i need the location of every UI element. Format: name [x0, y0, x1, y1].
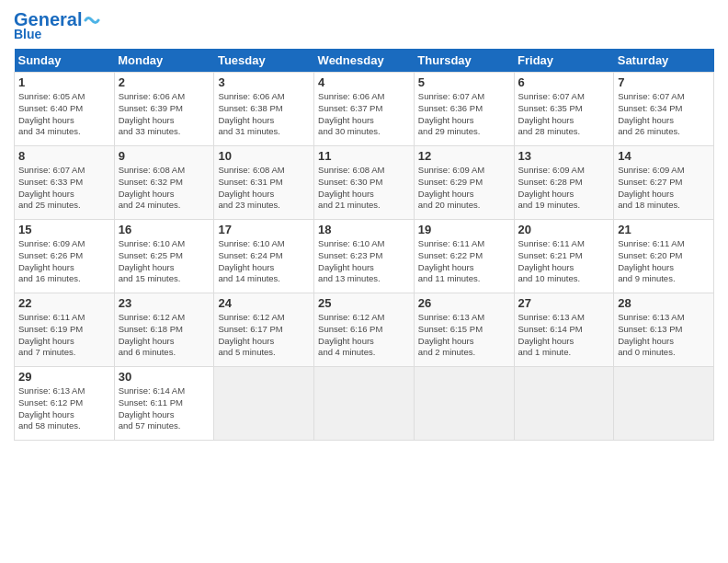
day-info: Sunrise: 6:09 AMSunset: 6:29 PMDaylight … — [418, 165, 510, 212]
day-info: Sunrise: 6:05 AMSunset: 6:40 PMDaylight … — [18, 91, 110, 138]
weekday-header-saturday: Saturday — [614, 49, 714, 73]
calendar-week-2: 8Sunrise: 6:07 AMSunset: 6:33 PMDaylight… — [15, 146, 714, 220]
weekday-header-friday: Friday — [514, 49, 614, 73]
day-number: 13 — [518, 149, 610, 163]
day-cell-12: 12Sunrise: 6:09 AMSunset: 6:29 PMDayligh… — [414, 146, 514, 220]
day-cell-27: 27Sunrise: 6:13 AMSunset: 6:14 PMDayligh… — [514, 293, 614, 367]
empty-cell — [514, 367, 614, 441]
day-number: 19 — [418, 223, 510, 236]
day-cell-19: 19Sunrise: 6:11 AMSunset: 6:22 PMDayligh… — [414, 220, 514, 293]
day-cell-1: 1Sunrise: 6:05 AMSunset: 6:40 PMDaylight… — [15, 73, 115, 146]
logo-wave-icon — [84, 14, 100, 27]
day-number: 22 — [18, 296, 110, 310]
day-info: Sunrise: 6:10 AMSunset: 6:23 PMDaylight … — [318, 238, 410, 285]
day-cell-25: 25Sunrise: 6:12 AMSunset: 6:16 PMDayligh… — [314, 293, 415, 367]
day-info: Sunrise: 6:10 AMSunset: 6:25 PMDaylight … — [119, 238, 210, 285]
day-number: 28 — [618, 296, 710, 310]
weekday-header-thursday: Thursday — [414, 49, 514, 73]
day-info: Sunrise: 6:06 AMSunset: 6:38 PMDaylight … — [218, 91, 310, 138]
day-info: Sunrise: 6:10 AMSunset: 6:24 PMDaylight … — [218, 238, 310, 285]
page-header: General Blue — [14, 9, 714, 41]
day-number: 6 — [518, 75, 610, 89]
day-number: 30 — [119, 370, 210, 384]
day-info: Sunrise: 6:07 AMSunset: 6:33 PMDaylight … — [18, 165, 110, 212]
day-cell-30: 30Sunrise: 6:14 AMSunset: 6:11 PMDayligh… — [114, 367, 214, 441]
day-info: Sunrise: 6:07 AMSunset: 6:36 PMDaylight … — [418, 91, 510, 138]
day-number: 14 — [618, 149, 710, 163]
day-number: 18 — [318, 223, 410, 236]
day-cell-14: 14Sunrise: 6:09 AMSunset: 6:27 PMDayligh… — [614, 146, 714, 220]
page-container: General Blue SundayMondayTuesdayWednesda… — [0, 0, 728, 450]
day-number: 16 — [119, 223, 210, 236]
empty-cell — [214, 367, 314, 441]
calendar-week-1: 1Sunrise: 6:05 AMSunset: 6:40 PMDaylight… — [15, 73, 714, 146]
day-info: Sunrise: 6:09 AMSunset: 6:28 PMDaylight … — [518, 165, 610, 212]
day-info: Sunrise: 6:06 AMSunset: 6:39 PMDaylight … — [119, 91, 210, 138]
day-number: 29 — [18, 370, 110, 384]
day-cell-17: 17Sunrise: 6:10 AMSunset: 6:24 PMDayligh… — [214, 220, 314, 293]
weekday-header-wednesday: Wednesday — [314, 49, 415, 73]
day-cell-11: 11Sunrise: 6:08 AMSunset: 6:30 PMDayligh… — [314, 146, 415, 220]
day-info: Sunrise: 6:12 AMSunset: 6:17 PMDaylight … — [218, 312, 310, 359]
day-cell-9: 9Sunrise: 6:08 AMSunset: 6:32 PMDaylight… — [114, 146, 214, 220]
day-info: Sunrise: 6:11 AMSunset: 6:21 PMDaylight … — [518, 238, 610, 285]
day-info: Sunrise: 6:11 AMSunset: 6:19 PMDaylight … — [18, 312, 110, 359]
day-number: 7 — [618, 75, 710, 89]
day-info: Sunrise: 6:13 AMSunset: 6:12 PMDaylight … — [18, 385, 110, 432]
day-number: 9 — [119, 149, 210, 163]
day-info: Sunrise: 6:13 AMSunset: 6:14 PMDaylight … — [518, 312, 610, 359]
empty-cell — [314, 367, 415, 441]
day-cell-16: 16Sunrise: 6:10 AMSunset: 6:25 PMDayligh… — [114, 220, 214, 293]
day-cell-15: 15Sunrise: 6:09 AMSunset: 6:26 PMDayligh… — [15, 220, 115, 293]
day-cell-13: 13Sunrise: 6:09 AMSunset: 6:28 PMDayligh… — [514, 146, 614, 220]
day-number: 23 — [119, 296, 210, 310]
day-cell-4: 4Sunrise: 6:06 AMSunset: 6:37 PMDaylight… — [314, 73, 415, 146]
logo: General Blue — [14, 9, 100, 41]
day-number: 3 — [218, 75, 310, 89]
calendar-week-3: 15Sunrise: 6:09 AMSunset: 6:26 PMDayligh… — [15, 220, 714, 293]
calendar-table: SundayMondayTuesdayWednesdayThursdayFrid… — [14, 49, 714, 441]
day-cell-26: 26Sunrise: 6:13 AMSunset: 6:15 PMDayligh… — [414, 293, 514, 367]
day-info: Sunrise: 6:14 AMSunset: 6:11 PMDaylight … — [119, 385, 210, 432]
day-info: Sunrise: 6:12 AMSunset: 6:16 PMDaylight … — [318, 312, 410, 359]
day-number: 21 — [618, 223, 710, 236]
day-number: 2 — [119, 75, 210, 89]
day-cell-5: 5Sunrise: 6:07 AMSunset: 6:36 PMDaylight… — [414, 73, 514, 146]
day-info: Sunrise: 6:06 AMSunset: 6:37 PMDaylight … — [318, 91, 410, 138]
calendar-week-4: 22Sunrise: 6:11 AMSunset: 6:19 PMDayligh… — [15, 293, 714, 367]
day-number: 8 — [18, 149, 110, 163]
day-info: Sunrise: 6:13 AMSunset: 6:15 PMDaylight … — [418, 312, 510, 359]
day-cell-10: 10Sunrise: 6:08 AMSunset: 6:31 PMDayligh… — [214, 146, 314, 220]
logo-text-blue: Blue — [14, 27, 41, 41]
day-info: Sunrise: 6:07 AMSunset: 6:35 PMDaylight … — [518, 91, 610, 138]
day-cell-7: 7Sunrise: 6:07 AMSunset: 6:34 PMDaylight… — [614, 73, 714, 146]
day-number: 1 — [18, 75, 110, 89]
day-info: Sunrise: 6:12 AMSunset: 6:18 PMDaylight … — [119, 312, 210, 359]
day-info: Sunrise: 6:08 AMSunset: 6:31 PMDaylight … — [218, 165, 310, 212]
weekday-header-tuesday: Tuesday — [214, 49, 314, 73]
day-cell-24: 24Sunrise: 6:12 AMSunset: 6:17 PMDayligh… — [214, 293, 314, 367]
day-cell-29: 29Sunrise: 6:13 AMSunset: 6:12 PMDayligh… — [15, 367, 115, 441]
day-number: 11 — [318, 149, 410, 163]
day-cell-22: 22Sunrise: 6:11 AMSunset: 6:19 PMDayligh… — [15, 293, 115, 367]
day-info: Sunrise: 6:08 AMSunset: 6:30 PMDaylight … — [318, 165, 410, 212]
day-info: Sunrise: 6:07 AMSunset: 6:34 PMDaylight … — [618, 91, 710, 138]
day-cell-2: 2Sunrise: 6:06 AMSunset: 6:39 PMDaylight… — [114, 73, 214, 146]
day-info: Sunrise: 6:08 AMSunset: 6:32 PMDaylight … — [119, 165, 210, 212]
day-number: 24 — [218, 296, 310, 310]
day-number: 17 — [218, 223, 310, 236]
day-info: Sunrise: 6:13 AMSunset: 6:13 PMDaylight … — [618, 312, 710, 359]
day-cell-23: 23Sunrise: 6:12 AMSunset: 6:18 PMDayligh… — [114, 293, 214, 367]
empty-cell — [414, 367, 514, 441]
day-cell-18: 18Sunrise: 6:10 AMSunset: 6:23 PMDayligh… — [314, 220, 415, 293]
day-info: Sunrise: 6:09 AMSunset: 6:27 PMDaylight … — [618, 165, 710, 212]
calendar-week-5: 29Sunrise: 6:13 AMSunset: 6:12 PMDayligh… — [15, 367, 714, 441]
weekday-header-monday: Monday — [114, 49, 214, 73]
day-info: Sunrise: 6:09 AMSunset: 6:26 PMDaylight … — [18, 238, 110, 285]
day-number: 27 — [518, 296, 610, 310]
day-info: Sunrise: 6:11 AMSunset: 6:20 PMDaylight … — [618, 238, 710, 285]
day-cell-8: 8Sunrise: 6:07 AMSunset: 6:33 PMDaylight… — [15, 146, 115, 220]
day-number: 20 — [518, 223, 610, 236]
day-cell-28: 28Sunrise: 6:13 AMSunset: 6:13 PMDayligh… — [614, 293, 714, 367]
day-number: 12 — [418, 149, 510, 163]
